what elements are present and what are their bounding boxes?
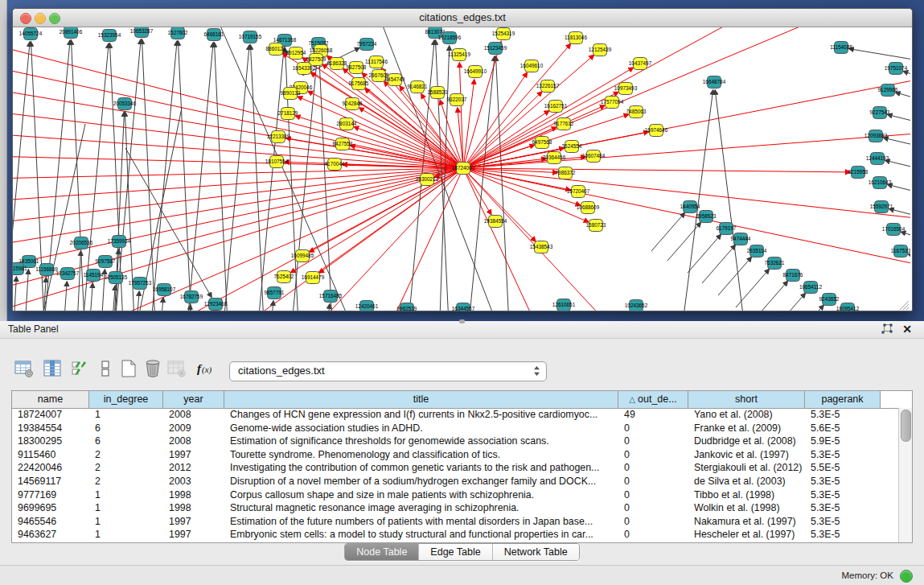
graph-node[interactable]: 10437497 — [629, 58, 652, 70]
graph-node[interactable]: 8186328 — [327, 58, 347, 70]
graph-node[interactable]: 12093883 — [864, 130, 888, 142]
select-all-icon[interactable] — [71, 359, 92, 380]
graph-node[interactable]: 17577094 — [601, 97, 624, 109]
toggle-rows-icon[interactable] — [96, 359, 117, 380]
column-header-in_degree[interactable]: in_degree — [89, 391, 163, 408]
graph-node[interactable]: 9146821 — [408, 81, 428, 93]
graph-node[interactable]: 9474444 — [731, 233, 751, 245]
table-row[interactable]: 1456911722003Disruption of a novel membe… — [12, 475, 899, 488]
graph-node[interactable]: 9177612 — [554, 118, 574, 130]
table-row[interactable]: 969969511998Structural magnetic resonanc… — [12, 501, 899, 515]
graph-node[interactable]: 15438543 — [530, 241, 553, 253]
graph-node[interactable]: 12342757 — [56, 268, 80, 280]
graph-node[interactable]: 9227543 — [870, 107, 890, 119]
graph-node[interactable]: 1588520 — [428, 87, 448, 99]
table-row[interactable]: 1938455462009Genome-wide association stu… — [12, 422, 899, 435]
graph-node[interactable]: 13226157 — [536, 80, 560, 93]
table-options-icon[interactable] — [14, 359, 35, 380]
graph-node[interactable]: 10688609 — [577, 202, 600, 214]
graph-node[interactable]: 6497568 — [532, 137, 552, 149]
graph-node[interactable]: 11813046 — [565, 32, 587, 44]
column-header-title[interactable]: title — [224, 391, 618, 408]
graph-node[interactable]: 15254319 — [492, 28, 515, 40]
float-panel-icon[interactable] — [881, 323, 893, 336]
graph-node[interactable]: 10654112 — [799, 282, 822, 294]
graph-node[interactable]: 2718129 — [278, 108, 298, 120]
graph-node[interactable]: 12923468 — [204, 299, 228, 311]
graph-node[interactable]: 8215958 — [848, 167, 869, 179]
tab-edge-table[interactable]: Edge Table — [419, 544, 492, 560]
graph-node[interactable]: 16210643 — [869, 177, 892, 189]
graph-node[interactable]: 19751074 — [885, 63, 908, 75]
graph-node[interactable]: 15720407 — [567, 186, 590, 198]
graph-node[interactable]: 11317546 — [365, 56, 388, 68]
graph-node[interactable]: 8912954 — [286, 47, 306, 60]
collapsed-panel-splitter[interactable] — [0, 0, 7, 321]
graph-node[interactable]: 14055724 — [19, 28, 43, 40]
graph-node[interactable]: 7485063 — [626, 106, 647, 118]
table-selector-dropdown[interactable]: citations_edges.txt — [229, 361, 547, 381]
graph-node[interactable]: 16649910 — [464, 66, 487, 78]
graph-node[interactable]: 7957224 — [357, 39, 377, 51]
table-row[interactable]: 946554611997Estimation of the future num… — [12, 515, 899, 529]
graph-node[interactable]: 10607484 — [582, 150, 606, 163]
graph-node[interactable]: 3624554 — [562, 141, 582, 153]
graph-node[interactable]: 17016504 — [882, 224, 906, 236]
graph-node[interactable]: 16974646 — [645, 125, 668, 137]
graph-node[interactable]: 12444193 — [866, 153, 889, 165]
network-graph-canvas[interactable]: 1405572420891406153239541065328715276026… — [13, 27, 910, 311]
graph-node[interactable]: 8471676 — [783, 270, 803, 282]
tab-network-table[interactable]: Network Table — [493, 544, 579, 560]
graph-node[interactable]: 16782759 — [180, 291, 203, 303]
graph-node[interactable]: 10243652 — [625, 300, 648, 311]
graph-node[interactable]: 11325419 — [448, 49, 470, 61]
table-row[interactable]: 1830029562008Estimation of significance … — [12, 435, 899, 448]
splitter-handle[interactable] — [459, 319, 465, 323]
tab-node-table[interactable]: Node Table — [345, 544, 419, 560]
delete-table-icon[interactable] — [167, 359, 188, 380]
graph-node[interactable]: 1580723 — [586, 220, 606, 232]
graph-node[interactable]: 16162751 — [544, 101, 568, 113]
graph-node[interactable]: 4170044 — [325, 159, 345, 171]
function-builder-icon[interactable]: f (x) — [195, 359, 216, 380]
graph-node[interactable]: 9097587 — [96, 256, 116, 268]
citation-network-graph[interactable]: 1405572420891406153239541065328715276026… — [13, 27, 910, 311]
graph-node[interactable]: 1167533 — [891, 245, 910, 257]
column-header-year[interactable]: year — [163, 391, 224, 408]
scrollbar-thumb[interactable] — [901, 410, 911, 442]
graph-node[interactable]: 9129966 — [878, 84, 898, 97]
column-header-pagerank[interactable]: pagerank — [805, 391, 881, 408]
show-columns-icon[interactable] — [43, 359, 64, 380]
graph-node[interactable]: 7986372 — [556, 167, 576, 179]
graph-node[interactable]: 20053346 — [113, 98, 137, 110]
resize-grip-icon[interactable] — [900, 301, 909, 310]
graph-node[interactable]: 12505135 — [105, 272, 128, 284]
graph-node[interactable]: 9322037 — [447, 94, 467, 106]
graph-node[interactable]: 15323954 — [98, 30, 121, 42]
graph-node[interactable]: 17359934 — [108, 236, 131, 248]
graph-node[interactable]: 9827508 — [347, 62, 367, 74]
table-row[interactable]: 2242004622012Investigating the contribut… — [12, 461, 899, 475]
table-row[interactable]: 946362711997Embryonic stem cells: a mode… — [12, 528, 899, 542]
table-row[interactable]: 977716911998Corpus callosum shape and si… — [12, 488, 899, 502]
graph-node[interactable]: 12125439 — [589, 44, 612, 56]
table-row[interactable]: 1872400712008Changes of HCN gene express… — [12, 408, 899, 422]
delete-column-icon[interactable] — [143, 359, 164, 380]
graph-node[interactable]: 11154088 — [830, 42, 852, 54]
graph-node[interactable]: 2803144 — [337, 118, 357, 130]
graph-node[interactable]: 6179197 — [717, 223, 737, 235]
close-panel-icon[interactable]: ✕ — [901, 323, 914, 336]
graph-node[interactable]: 8427552 — [333, 138, 353, 150]
graph-node[interactable]: 18107554 — [265, 156, 289, 168]
graph-node[interactable]: 16344557 — [452, 303, 475, 311]
graph-node[interactable]: 10653287 — [130, 27, 154, 38]
graph-node[interactable]: 15592971 — [870, 201, 893, 213]
graph-node[interactable]: 12213389 — [267, 131, 290, 143]
table-row[interactable]: 911546021997Tourette syndrome. Phenomeno… — [12, 448, 899, 462]
graph-node[interactable]: 1527602 — [168, 27, 188, 39]
graph-node[interactable]: 15123459 — [484, 43, 507, 55]
graph-node[interactable]: 2935114 — [747, 245, 767, 257]
graph-node[interactable]: 18095412 — [836, 303, 860, 311]
network-window-titlebar[interactable]: citations_edges.txt — [13, 9, 912, 27]
graph-node[interactable]: 12610651 — [552, 299, 576, 311]
